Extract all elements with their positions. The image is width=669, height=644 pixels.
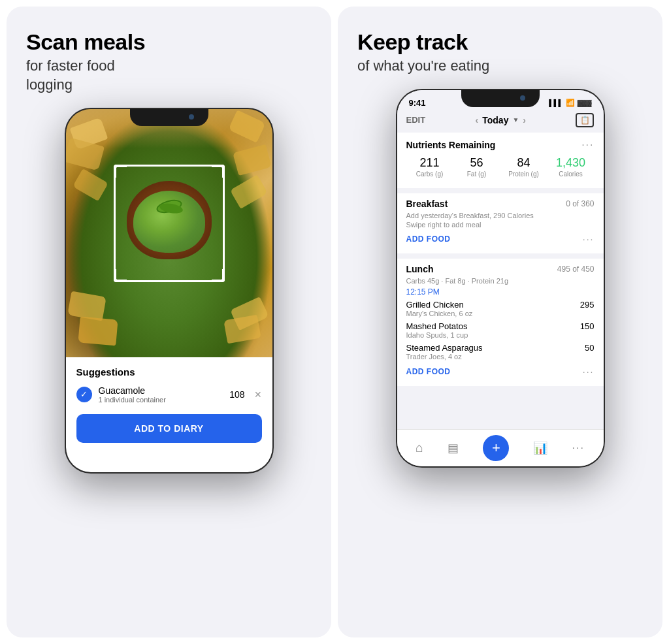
phone-notch <box>130 109 208 126</box>
breakfast-add-food-button[interactable]: ADD FOOD <box>406 234 451 244</box>
left-phone-mockup: Suggestions ✓ Guacamole 1 individual con… <box>65 108 274 474</box>
right-phone-mockup: 9:41 ▌▌▌ 📶 ▓▓▓ EDIT ‹ Today ▼ › 📋 <box>396 89 605 468</box>
protein-nutrient: 84 Protein (g) <box>500 156 547 178</box>
lunch-macro: Carbs 45g · Fat 8g · Protein 21g <box>406 277 595 285</box>
carbs-value: 211 <box>419 156 439 170</box>
battery-icon: ▓▓▓ <box>578 99 592 106</box>
protein-label: Protein (g) <box>508 170 539 178</box>
fat-nutrient: 56 Fat (g) <box>453 156 500 178</box>
breakfast-title: Breakfast <box>406 199 448 209</box>
breakfast-menu-button[interactable]: ··· <box>583 234 595 244</box>
more-nav-item[interactable]: ··· <box>572 442 585 454</box>
suggestions-panel: Suggestions ✓ Guacamole 1 individual con… <box>66 357 272 472</box>
nutrients-grid: 211 Carbs (g) 56 Fat (g) 84 Protein (g) <box>406 156 595 183</box>
carbs-nutrient: 211 Carbs (g) <box>406 156 453 178</box>
scan-corner-br <box>212 269 225 282</box>
lunch-calories: 495 of 450 <box>557 265 595 274</box>
divider-1 <box>397 188 604 193</box>
lunch-add-food-button[interactable]: ADD FOOD <box>406 367 451 376</box>
edit-button[interactable]: EDIT <box>406 115 426 125</box>
progress-nav-item[interactable]: 📊 <box>533 441 547 455</box>
nutrients-header: Nutrients Remaining ··· <box>406 139 595 151</box>
suggestion-name: Guacamole <box>99 385 223 396</box>
suggestion-calories: 108 <box>229 389 244 400</box>
today-label: Today <box>482 115 508 125</box>
calories-nutrient: 1,430 Calories <box>547 156 595 178</box>
scan-box <box>114 165 225 282</box>
grilled-chicken-cal: 295 <box>580 300 595 310</box>
mashed-potatos-entry[interactable]: Mashed Potatos Idaho Spuds, 1 cup 150 <box>406 319 595 341</box>
right-panel-subtitle: of what you're eating <box>357 57 643 76</box>
nutrients-menu-button[interactable]: ··· <box>581 139 594 151</box>
suggestion-description: 1 individual container <box>99 396 223 404</box>
breakfast-calories: 0 of 360 <box>566 199 594 208</box>
nutrients-title: Nutrients Remaining <box>406 140 496 150</box>
chart-icon: 📊 <box>533 441 547 455</box>
left-phone-screen: Suggestions ✓ Guacamole 1 individual con… <box>66 109 272 472</box>
calories-value: 1,430 <box>556 156 585 170</box>
suggestion-item[interactable]: ✓ Guacamole 1 individual container 108 ✕ <box>76 385 262 404</box>
home-icon: ⌂ <box>416 440 423 455</box>
lunch-time: 12:15 PM <box>406 287 595 297</box>
right-phone-screen: 9:41 ▌▌▌ 📶 ▓▓▓ EDIT ‹ Today ▼ › 📋 <box>397 90 604 466</box>
add-to-diary-button[interactable]: ADD TO DIARY <box>76 414 262 443</box>
scan-corner-tr <box>212 165 225 178</box>
date-navigation: ‹ Today ▼ › <box>476 115 526 125</box>
fat-value: 56 <box>470 156 483 170</box>
grilled-chicken-entry[interactable]: Grilled Chicken Mary's Chicken, 6 oz 295 <box>406 298 595 319</box>
calories-label: Calories <box>559 170 583 178</box>
mashed-potatos-name: Mashed Potatos <box>406 321 580 331</box>
asparagus-entry[interactable]: Steamed Asparagus Trader Joes, 4 oz 50 <box>406 341 595 362</box>
add-entry-button[interactable]: + <box>483 435 509 461</box>
bottom-navigation: ⌂ ▤ + 📊 ··· <box>397 429 604 466</box>
signal-icon: ▌▌▌ <box>549 99 563 106</box>
left-panel: Scan meals for faster foodlogging <box>7 7 331 637</box>
suggestion-close-icon[interactable]: ✕ <box>254 389 262 400</box>
prev-day-button[interactable]: ‹ <box>476 115 479 125</box>
mashed-potatos-cal: 150 <box>580 321 595 331</box>
right-phone-notch <box>461 90 540 107</box>
lunch-section: Lunch 495 of 450 Carbs 45g · Fat 8g · Pr… <box>397 259 604 386</box>
status-time: 9:41 <box>409 98 426 108</box>
nutrients-section: Nutrients Remaining ··· 211 Carbs (g) 56… <box>397 133 604 188</box>
breakfast-header: Breakfast 0 of 360 <box>406 199 595 209</box>
left-panel-subtitle: for faster foodlogging <box>26 57 312 94</box>
date-dropdown-icon[interactable]: ▼ <box>512 116 519 123</box>
suggestion-check-icon: ✓ <box>76 387 92 402</box>
breakfast-section: Breakfast 0 of 360 Add yesterday's Break… <box>397 193 604 253</box>
diary-content: Nutrients Remaining ··· 211 Carbs (g) 56… <box>397 133 604 386</box>
lunch-header: Lunch 495 of 450 <box>406 264 595 274</box>
asparagus-cal: 50 <box>585 343 594 353</box>
suggestion-info: Guacamole 1 individual container <box>99 385 223 404</box>
grilled-chicken-name: Grilled Chicken <box>406 300 580 310</box>
lunch-title: Lunch <box>406 264 434 274</box>
diary-book-icon: 📋 <box>580 116 590 125</box>
food-image <box>66 109 272 357</box>
plus-icon: + <box>492 440 500 457</box>
navigation-bar: EDIT ‹ Today ▼ › 📋 <box>397 110 604 133</box>
lunch-menu-button[interactable]: ··· <box>583 366 595 377</box>
status-icons: ▌▌▌ 📶 ▓▓▓ <box>549 99 591 107</box>
asparagus-detail: Trader Joes, 4 oz <box>406 353 585 361</box>
fat-label: Fat (g) <box>467 170 486 178</box>
more-icon: ··· <box>572 442 585 454</box>
mashed-potatos-detail: Idaho Spuds, 1 cup <box>406 331 580 339</box>
asparagus-name: Steamed Asparagus <box>406 343 585 353</box>
suggestions-heading: Suggestions <box>76 366 262 378</box>
next-day-button[interactable]: › <box>523 115 526 125</box>
right-panel-title: Keep track <box>357 30 643 54</box>
scan-corner-tl <box>114 165 127 178</box>
breakfast-suggestion: Add yesterday's Breakfast, 290 Calories <box>406 212 595 219</box>
diary-nav-icon: ▤ <box>448 441 459 455</box>
breakfast-swipe-hint: Swipe right to add meal <box>406 221 595 229</box>
divider-2 <box>397 253 604 259</box>
lunch-add-food-row: ADD FOOD ··· <box>406 362 595 381</box>
right-panel: Keep track of what you're eating 9:41 ▌▌… <box>338 7 662 637</box>
wifi-icon: 📶 <box>566 99 575 107</box>
diary-nav-item[interactable]: ▤ <box>448 441 459 455</box>
home-nav-item[interactable]: ⌂ <box>416 440 423 455</box>
diary-icon[interactable]: 📋 <box>576 113 594 127</box>
scan-corner-bl <box>114 269 127 282</box>
protein-value: 84 <box>517 156 530 170</box>
breakfast-add-food-row: ADD FOOD ··· <box>406 230 595 248</box>
